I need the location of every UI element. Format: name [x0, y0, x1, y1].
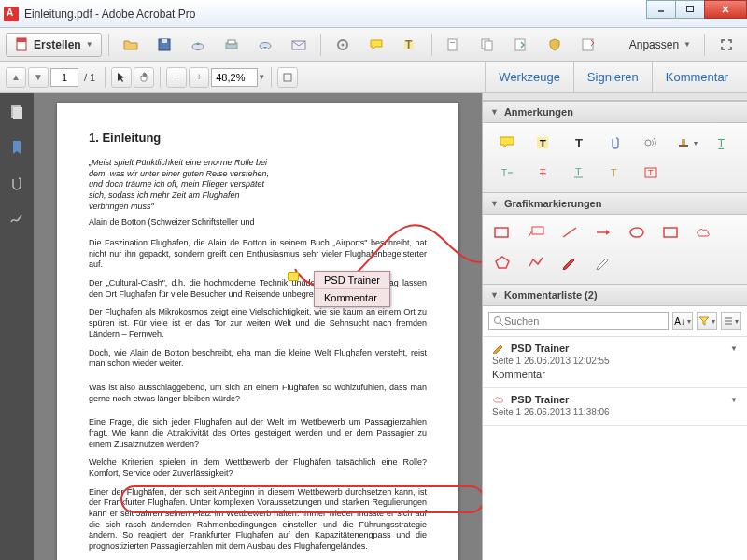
- insert-text-tool[interactable]: T̲: [708, 133, 738, 153]
- svg-rect-3: [17, 38, 26, 42]
- sticky-note-tool[interactable]: [492, 133, 522, 153]
- text-tool[interactable]: T: [564, 133, 594, 153]
- comment-tab[interactable]: Kommentar: [652, 62, 741, 93]
- text-box-tool[interactable]: T: [636, 162, 666, 183]
- settings-button[interactable]: [328, 33, 358, 57]
- connected-lines-tool[interactable]: [526, 254, 546, 271]
- zoom-in-button[interactable]: +: [189, 67, 209, 88]
- doc-paragraph: Der Flughafen als Mikrokosmos zeigt eine…: [89, 307, 427, 340]
- filter-button[interactable]: ▾: [697, 312, 717, 330]
- create-button[interactable]: Erstellen ▼: [6, 33, 102, 57]
- save-button[interactable]: [149, 33, 179, 57]
- svg-line-40: [563, 228, 576, 237]
- page-toolbar: ▲ ▼ / 1 − + ▼ Werkzeuge Signieren Kommen…: [0, 62, 747, 93]
- panel-grip[interactable]: [483, 93, 747, 101]
- underline-tool[interactable]: T: [564, 162, 594, 183]
- signatures-button[interactable]: [7, 209, 26, 228]
- textbox-tool[interactable]: [492, 224, 513, 241]
- edit-text-button[interactable]: [439, 33, 469, 57]
- strikethrough-tool[interactable]: T: [528, 162, 557, 183]
- print-button[interactable]: [217, 33, 247, 57]
- rectangle-tool[interactable]: [660, 224, 681, 241]
- annotation-tools: T T ▾ T̲ T T T T T: [483, 123, 747, 192]
- protect-button[interactable]: [540, 33, 570, 57]
- annotations-header[interactable]: ▼Anmerkungen: [483, 101, 747, 123]
- stamp-tool[interactable]: ▾: [671, 133, 701, 153]
- highlight-button[interactable]: T: [395, 33, 425, 57]
- collapse-icon: ▼: [490, 199, 499, 208]
- cloud-annotation[interactable]: [120, 485, 482, 513]
- attach-file-tool[interactable]: [599, 133, 629, 153]
- svg-text:T: T: [575, 166, 582, 177]
- open-button[interactable]: [116, 33, 146, 57]
- sticky-note-annotation[interactable]: [288, 272, 299, 281]
- cloud-tool[interactable]: [694, 224, 714, 241]
- sign-tab[interactable]: Signieren: [573, 62, 652, 93]
- replace-text-tool[interactable]: T: [492, 162, 522, 183]
- line-tool[interactable]: [559, 224, 580, 241]
- doc-author: Alain de Botton (Schweizer Schriftstelle…: [89, 217, 427, 229]
- highlight-tool[interactable]: T: [528, 133, 557, 153]
- sort-button[interactable]: A↓▾: [672, 312, 693, 330]
- cursor-icon: [116, 72, 127, 83]
- form-button[interactable]: [573, 33, 603, 57]
- chevron-down-icon[interactable]: ▼: [730, 396, 738, 404]
- comment-search-box[interactable]: [488, 312, 669, 330]
- thumbnails-button[interactable]: [7, 103, 26, 121]
- page-number-input[interactable]: [50, 68, 78, 87]
- comment-search-input[interactable]: [504, 315, 664, 327]
- shapes-label: Grafikmarkierungen: [504, 198, 602, 209]
- combine-button[interactable]: [472, 33, 502, 57]
- comment-entry[interactable]: PSD Trainer ▼ Seite 1 26.06.2013 12:02:5…: [483, 337, 747, 388]
- export-button[interactable]: [506, 33, 536, 57]
- zoom-out-button[interactable]: −: [166, 67, 187, 88]
- select-tool-button[interactable]: [134, 67, 154, 88]
- more-tools-button[interactable]: [277, 67, 298, 88]
- zoom-input[interactable]: [211, 68, 258, 87]
- add-note-tool[interactable]: T: [599, 162, 629, 183]
- document-viewport[interactable]: 1. Einleitung „Meist spielt Pünktlichkei…: [34, 93, 482, 560]
- separator: [271, 67, 272, 88]
- bookmarks-button[interactable]: [7, 138, 26, 157]
- comment-entry[interactable]: PSD Trainer ▼ Seite 1 26.06.2013 11:38:0…: [483, 388, 747, 426]
- attachments-button[interactable]: [7, 174, 26, 192]
- maximize-button[interactable]: [675, 0, 705, 19]
- svg-rect-16: [450, 42, 455, 43]
- cloud-share-icon: [257, 36, 274, 53]
- polygon-tool[interactable]: [492, 254, 513, 271]
- chevron-down-icon: ▼: [684, 40, 691, 49]
- page-down-button[interactable]: ▼: [28, 67, 49, 88]
- commentlist-header[interactable]: ▼Kommentarliste (2): [483, 284, 747, 306]
- svg-rect-43: [664, 228, 677, 237]
- svg-rect-14: [404, 40, 414, 49]
- email-button[interactable]: [284, 33, 314, 57]
- tools-icon: [282, 72, 293, 83]
- options-button[interactable]: ▾: [721, 312, 741, 330]
- separator: [704, 34, 705, 56]
- fullscreen-button[interactable]: [712, 33, 741, 57]
- arrow-tool[interactable]: [593, 224, 613, 241]
- folder-open-icon: [122, 36, 139, 53]
- hand-tool-button[interactable]: [111, 67, 132, 88]
- page-up-button[interactable]: ▲: [6, 67, 26, 88]
- hand-icon: [138, 72, 149, 83]
- minimize-button[interactable]: [646, 0, 676, 19]
- oval-tool[interactable]: [627, 224, 647, 241]
- shapes-header[interactable]: ▼Grafikmarkierungen: [483, 192, 747, 215]
- tools-tab[interactable]: Werkzeuge: [485, 62, 573, 93]
- close-button[interactable]: [704, 0, 747, 19]
- share-button[interactable]: [250, 33, 280, 57]
- callout-tool[interactable]: [526, 224, 546, 241]
- save-cloud-button[interactable]: [183, 33, 213, 57]
- chevron-down-icon[interactable]: ▼: [730, 344, 738, 353]
- record-audio-tool[interactable]: [636, 133, 666, 153]
- chevron-down-icon[interactable]: ▼: [258, 73, 265, 81]
- annotation-tooltip: PSD Trainer Kommentar: [314, 271, 390, 307]
- comment-author: PSD Trainer: [511, 394, 569, 405]
- pencil-tool[interactable]: [559, 254, 580, 271]
- sticky-note-button[interactable]: [361, 33, 391, 57]
- chevron-down-icon: ▾: [694, 139, 698, 147]
- svg-text:T: T: [648, 168, 654, 177]
- customize-button[interactable]: Anpassen ▼: [623, 33, 698, 57]
- eraser-tool[interactable]: [593, 254, 613, 271]
